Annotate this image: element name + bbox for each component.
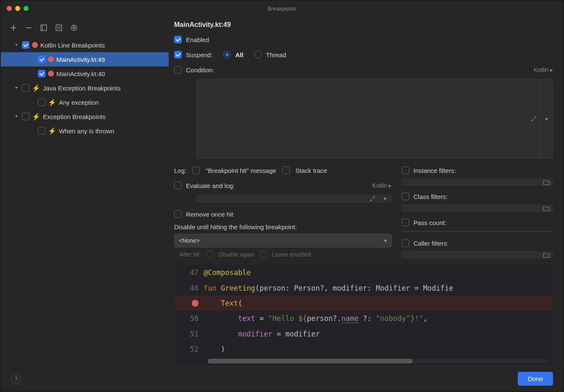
remove-once-checkbox[interactable] (174, 210, 182, 218)
condition-label: Condition: (186, 66, 214, 74)
group-checkbox[interactable] (22, 84, 29, 92)
minimize-icon[interactable] (15, 6, 20, 11)
suspend-all-radio[interactable] (223, 51, 231, 58)
maximize-icon[interactable] (24, 6, 29, 11)
add-button[interactable] (9, 24, 18, 32)
toolbar (1, 21, 169, 38)
tree-group[interactable]: ⚡Java Exception Breakpoints (1, 81, 169, 95)
help-button[interactable]: ? (11, 374, 21, 384)
close-icon[interactable] (7, 6, 12, 11)
code-line: 50 text = "Hello ${person?.name ?: "nobo… (174, 311, 553, 326)
item-label: Any exception (59, 99, 98, 106)
view-breakpoints-icon[interactable] (70, 24, 78, 32)
item-label: When any is thrown (59, 127, 114, 135)
after-hit-leave-radio (259, 251, 267, 258)
item-checkbox[interactable] (38, 70, 45, 77)
breakpoint-tree[interactable]: Kotlin Line BreakpointsMainActivity.kt:4… (1, 38, 169, 366)
suspend-label: Suspend: (186, 51, 212, 58)
breakpoint-icon (32, 42, 38, 48)
stack-label: Stack trace (296, 167, 327, 174)
group-by-file-icon[interactable] (40, 24, 48, 32)
chevron-down-icon[interactable]: ▾ (540, 79, 553, 158)
pass-count-label: Pass count: (413, 219, 446, 226)
chevron-down-icon[interactable]: ▾ (379, 195, 391, 202)
svg-point-3 (73, 27, 75, 29)
pass-count-checkbox[interactable] (402, 219, 409, 226)
group-by-type-icon[interactable] (55, 24, 63, 32)
code-line: 48fun Greeting(person: Person?, modifier… (174, 280, 553, 295)
svg-point-2 (71, 25, 77, 31)
breakpoint-icon (48, 56, 54, 62)
instance-filter-checkbox[interactable] (402, 167, 409, 174)
disable-until-select[interactable]: <None> ▾ (174, 234, 392, 247)
exception-icon: ⚡ (32, 113, 40, 121)
tree-item[interactable]: ⚡Any exception (1, 95, 169, 109)
eval-label: Evaluate and log: (186, 182, 235, 189)
code-line: 51 modifier = modifier (174, 326, 553, 342)
horizontal-scrollbar[interactable] (208, 359, 549, 364)
exception-icon: ⚡ (48, 127, 56, 135)
remove-once-label: Remove once hit (186, 211, 233, 218)
svg-rect-0 (41, 25, 47, 31)
caller-filter-input[interactable] (402, 252, 553, 258)
folder-icon[interactable] (540, 179, 553, 185)
group-label: Java Exception Breakpoints (43, 85, 121, 92)
exception-icon: ⚡ (32, 84, 40, 92)
after-hit-leave-label: Leave enabled (272, 251, 311, 258)
log-hit-checkbox[interactable] (192, 167, 200, 174)
condition-lang[interactable]: Kotlin ▸ (534, 66, 553, 73)
eval-lang[interactable]: Kotlin ▸ (372, 182, 392, 189)
condition-input[interactable]: ▾ (196, 79, 553, 159)
item-checkbox[interactable] (38, 98, 45, 106)
item-label: MainActivity.kt:40 (56, 70, 105, 77)
expand-icon[interactable] (527, 79, 540, 158)
class-filter-label: Class filters: (413, 193, 448, 200)
exception-icon: ⚡ (48, 98, 56, 106)
group-checkbox[interactable] (22, 113, 29, 120)
code-preview: 47@Composable48fun Greeting(person: Pers… (174, 265, 553, 366)
expand-icon[interactable] (366, 195, 379, 202)
folder-icon[interactable] (540, 252, 553, 258)
breakpoint-title: MainActivity.kt:49 (174, 21, 553, 29)
svg-rect-1 (56, 25, 62, 31)
window-title: Breakpoints (6, 5, 558, 12)
code-line: 52 ) (174, 342, 553, 357)
stack-checkbox[interactable] (282, 167, 290, 174)
group-label: Kotlin Line Breakpoints (40, 42, 105, 49)
done-button[interactable]: Done (518, 372, 553, 386)
log-hit-label: "Breakpoint hit" message (206, 167, 276, 174)
instance-filter-input[interactable] (402, 179, 553, 185)
tree-group[interactable]: ⚡Exception Breakpoints (1, 109, 169, 124)
breakpoint-icon (192, 300, 199, 307)
suspend-checkbox[interactable] (174, 51, 182, 58)
suspend-thread-label: Thread (266, 51, 286, 58)
chevron-down-icon[interactable] (13, 114, 19, 119)
chevron-down-icon[interactable] (13, 43, 19, 47)
group-label: Exception Breakpoints (43, 113, 106, 120)
pass-count-input[interactable] (402, 231, 553, 232)
tree-item[interactable]: MainActivity.kt:49 (1, 52, 169, 66)
caller-filter-label: Caller filters: (413, 240, 448, 247)
enabled-checkbox[interactable] (174, 36, 182, 43)
suspend-thread-radio[interactable] (254, 51, 262, 58)
caller-filter-checkbox[interactable] (402, 239, 409, 247)
chevron-down-icon[interactable] (13, 86, 19, 90)
class-filter-checkbox[interactable] (402, 193, 409, 200)
eval-checkbox[interactable] (174, 182, 182, 189)
chevron-down-icon: ▾ (384, 237, 387, 244)
group-checkbox[interactable] (22, 41, 29, 49)
remove-button[interactable] (24, 24, 33, 32)
code-line: Text( (174, 296, 553, 311)
item-checkbox[interactable] (38, 127, 45, 135)
item-checkbox[interactable] (38, 56, 45, 63)
tree-group[interactable]: Kotlin Line Breakpoints (1, 38, 169, 52)
eval-input[interactable]: ▾ (196, 195, 392, 202)
after-hit-disable-label: Disable again (219, 251, 254, 258)
condition-checkbox[interactable] (174, 66, 182, 74)
breakpoint-icon (48, 71, 54, 77)
tree-item[interactable]: ⚡When any is thrown (1, 124, 169, 138)
folder-icon[interactable] (540, 205, 553, 211)
tree-item[interactable]: MainActivity.kt:40 (1, 66, 169, 81)
class-filter-input[interactable] (402, 205, 553, 212)
after-hit-disable-radio (206, 251, 214, 258)
